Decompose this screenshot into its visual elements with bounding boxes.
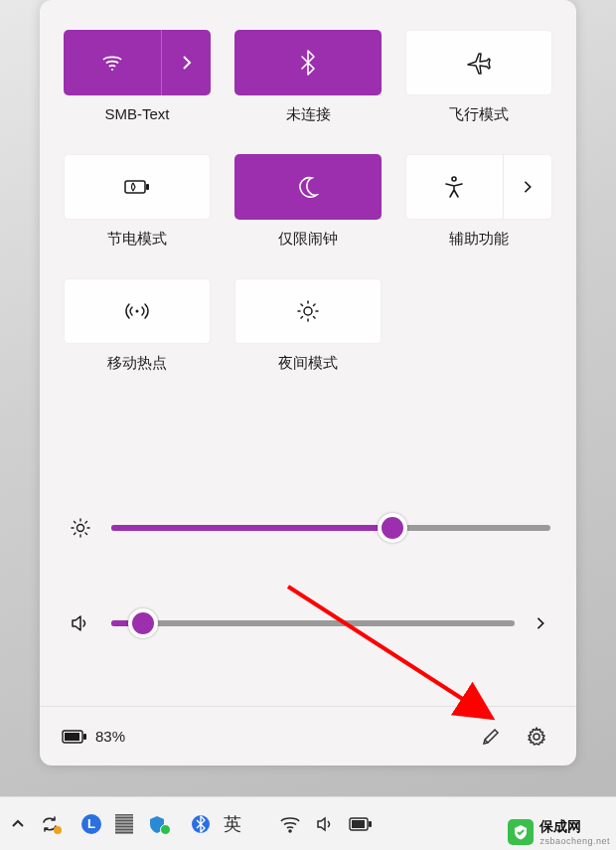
tile-bluetooth[interactable] [234,30,382,95]
tray-sync-icon[interactable] [40,814,68,834]
watermark: 保成网 zsbaocheng.net [508,818,610,846]
quick-settings-tiles: SMB-Text 未连接 飞行模式 [64,30,552,373]
svg-point-6 [77,525,84,532]
tile-battery-saver-block: 节电模式 [64,154,211,249]
tray-security-icon[interactable] [147,814,178,834]
tray-battery-icon[interactable] [349,817,373,831]
svg-rect-15 [369,821,372,827]
tray-overflow-button[interactable] [10,816,26,832]
tile-hotspot-label: 移动热点 [107,354,167,373]
tile-hotspot[interactable] [64,278,211,344]
tile-nightlight-label: 夜间模式 [278,354,338,373]
svg-point-13 [289,830,291,832]
accessibility-expand-button[interactable] [503,155,551,219]
tile-accessibility-block: 辅助功能 [405,154,552,249]
svg-rect-9 [65,733,79,741]
tray-app-icon-2[interactable] [115,814,133,834]
watermark-name: 保成网 [539,818,581,834]
pencil-icon [481,727,501,747]
bluetooth-icon [296,49,320,77]
tile-airplane[interactable] [405,30,552,95]
tray-app-icon-1[interactable]: L [81,814,101,834]
svg-point-10 [534,734,539,740]
volume-output-expand[interactable] [531,616,550,630]
night-light-icon [295,298,321,324]
volume-slider[interactable] [111,620,515,626]
tile-nightlight-block: 夜间模式 [234,278,382,373]
tray-bluetooth-icon[interactable] [192,814,210,834]
brightness-icon [66,517,95,539]
quick-settings-panel: SMB-Text 未连接 飞行模式 [40,0,576,765]
gear-icon [526,726,547,748]
tile-focus-label: 仅限闹钟 [278,230,338,249]
tray-wifi-icon[interactable] [279,814,301,834]
wifi-expand-button[interactable] [161,30,211,95]
tile-nightlight[interactable] [234,278,382,344]
battery-icon [62,729,87,745]
watermark-url: zsbaocheng.net [539,836,610,846]
battery-status[interactable]: 83% [62,728,125,745]
tray-volume-icon[interactable] [315,814,335,834]
hotspot-icon [123,299,151,323]
volume-icon [66,612,95,634]
battery-percent: 83% [95,728,125,745]
edit-quick-settings-button[interactable] [473,719,509,755]
tile-accessibility[interactable] [405,154,552,220]
tile-focus[interactable] [234,154,382,220]
watermark-badge-icon [508,819,534,845]
tile-wifi-label: SMB-Text [104,105,169,122]
wifi-icon [64,51,161,75]
settings-button[interactable] [519,719,554,755]
tile-airplane-block: 飞行模式 [405,30,552,124]
tile-battery-saver[interactable] [64,154,211,220]
tile-hotspot-block: 移动热点 [64,278,211,373]
svg-point-0 [111,69,113,71]
battery-saver-icon [122,177,152,197]
brightness-slider-row [66,517,550,539]
accessibility-icon [406,175,503,199]
tile-wifi[interactable] [64,30,211,95]
svg-rect-8 [83,734,86,740]
moon-icon [296,175,320,199]
system-tray: L 英 [10,812,373,836]
svg-point-5 [304,307,312,315]
tile-focus-block: 仅限闹钟 [234,154,382,249]
airplane-icon [466,51,492,75]
svg-rect-16 [352,820,365,828]
tile-airplane-label: 飞行模式 [449,105,509,124]
tray-ime-indicator[interactable]: 英 [224,812,241,836]
tile-accessibility-label: 辅助功能 [449,230,509,249]
tile-wifi-block: SMB-Text [64,30,211,124]
volume-slider-row [66,612,550,634]
svg-point-3 [452,177,456,181]
tile-bluetooth-label: 未连接 [286,105,331,124]
quick-settings-footer: 83% [40,706,576,765]
svg-rect-2 [146,184,149,190]
tile-bluetooth-block: 未连接 [234,30,382,124]
brightness-slider[interactable] [111,525,550,531]
tile-battery-saver-label: 节电模式 [107,230,167,249]
svg-point-4 [136,310,139,313]
